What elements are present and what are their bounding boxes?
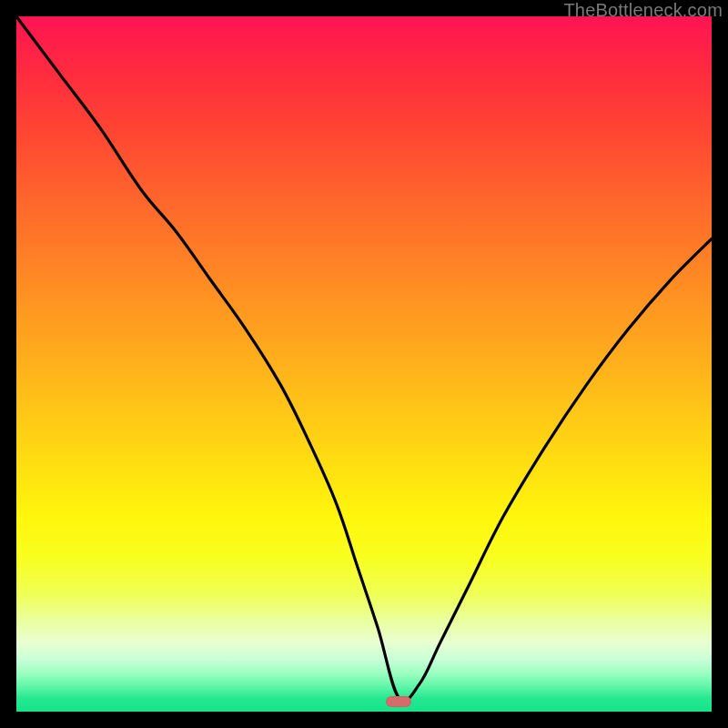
optimal-marker xyxy=(386,696,411,707)
plot-area xyxy=(16,16,712,712)
bottleneck-curve xyxy=(16,16,712,712)
chart-frame: TheBottleneck.com xyxy=(0,0,728,728)
curve-path xyxy=(16,16,712,701)
attribution-text: TheBottleneck.com xyxy=(563,0,723,21)
